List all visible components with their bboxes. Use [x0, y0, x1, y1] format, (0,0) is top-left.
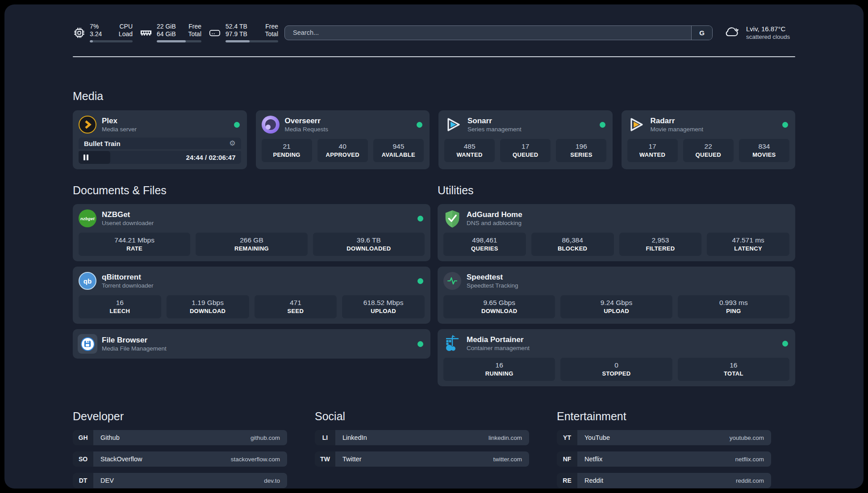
plex-card[interactable]: Plex Media server Bullet Train ⚙ 24:44 /…: [73, 110, 247, 169]
bookmark-abbr: GH: [73, 430, 93, 445]
app-title: AdGuard Home: [467, 210, 789, 219]
adguard-card[interactable]: AdGuard Home DNS and adblocking 498,461 …: [438, 204, 795, 261]
bookmark-url: github.com: [250, 435, 280, 441]
stat-tile: 17 WANTED: [627, 139, 678, 162]
weather-widget[interactable]: Lviv, 16.87°C scattered clouds: [724, 25, 795, 41]
nzbget-icon: nzbget: [79, 209, 96, 227]
bookmark-abbr: TW: [315, 451, 335, 467]
bookmark-github[interactable]: GH Github github.com: [73, 430, 287, 445]
top-bar: 7% 3.24 CPU Load: [73, 22, 795, 43]
bookmark-name: Twitter: [342, 455, 362, 463]
nzbget-card[interactable]: nzbget NZBGet Usenet downloader 744.21 M…: [73, 204, 430, 261]
app-title: Media Portainer: [467, 335, 777, 344]
stat-value: 9.24 Gbps: [562, 298, 670, 307]
stat-tile: 485 WANTED: [444, 139, 495, 162]
bookmark-abbr: SO: [73, 451, 93, 467]
stat-tile: 47.571 ms LATENCY: [707, 233, 789, 256]
stat-tile: 945 AVAILABLE: [373, 139, 424, 162]
app-subtitle: Media File Management: [102, 345, 412, 352]
app-subtitle: Media Requests: [285, 125, 412, 133]
stat-value: 498,461: [445, 236, 524, 245]
app-subtitle: DNS and adblocking: [467, 219, 789, 227]
section-title-social: Social: [315, 409, 529, 423]
adguard-icon: [443, 209, 461, 227]
qbittorrent-icon: qb: [79, 272, 96, 290]
search-bar: G: [284, 25, 713, 40]
stat-value: 17: [502, 142, 549, 151]
cpu-progress-bar: [90, 40, 133, 42]
plex-icon: [79, 116, 96, 134]
app-title: Radarr: [651, 116, 777, 125]
stat-label: LATENCY: [709, 245, 788, 252]
utilities-column: Utilities: [438, 184, 795, 386]
storage-stat: 52.4 TB 97.9 TB Free Total: [209, 23, 278, 42]
section-title-media: Media: [73, 89, 795, 103]
radarr-card[interactable]: Radarr Movie management 17 WANTED 22 QUE…: [622, 110, 796, 169]
stat-tile: 744.21 Mbps RATE: [79, 233, 190, 256]
overseerr-card[interactable]: Overseerr Media Requests 21 PENDING 40 A…: [256, 110, 430, 169]
pause-icon[interactable]: [83, 155, 88, 160]
weather-location: Lviv, 16.87°C: [746, 25, 790, 33]
stat-value: 266 GB: [197, 236, 305, 245]
stat-label: SERIES: [558, 151, 605, 159]
stat-tile: 9.65 Gbps DOWNLOAD: [443, 295, 555, 318]
status-dot: [417, 278, 423, 284]
stat-label: PENDING: [263, 151, 310, 159]
bookmark-url: reddit.com: [736, 477, 764, 484]
stat-tile: 21 PENDING: [262, 139, 312, 162]
portainer-card[interactable]: Media Portainer Container management 16 …: [438, 329, 795, 386]
stat-label: UPLOAD: [562, 307, 670, 315]
bookmark-netflix[interactable]: NF Netflix netflix.com: [557, 451, 771, 467]
bookmark-reddit[interactable]: RE Reddit reddit.com: [557, 473, 771, 488]
stat-tile: 0.993 ms PING: [678, 295, 789, 318]
app-subtitle: Media server: [102, 125, 229, 133]
bookmark-abbr: NF: [557, 451, 577, 467]
stat-value: 0: [562, 361, 670, 370]
stat-value: 2,953: [621, 236, 700, 245]
cpu-percent: 7%: [90, 23, 102, 30]
bookmark-youtube[interactable]: YT YouTube youtube.com: [557, 430, 771, 445]
stat-value: 471: [256, 298, 335, 307]
stat-tile: 2,953 FILTERED: [619, 233, 702, 256]
playback-time: 24:44 / 02:06:47: [186, 154, 241, 161]
bookmark-stackoverflow[interactable]: SO StackOverflow stackoverflow.com: [73, 451, 287, 467]
stat-label: APPROVED: [319, 151, 366, 159]
google-search-button[interactable]: G: [691, 26, 712, 40]
stat-label: AVAILABLE: [375, 151, 422, 159]
memory-icon: [140, 26, 152, 39]
bookmark-url: twitter.com: [493, 456, 522, 463]
stat-tile: 40 APPROVED: [317, 139, 368, 162]
now-playing-title: Bullet Train: [84, 140, 121, 147]
stat-label: DOWNLOADED: [315, 245, 423, 252]
stat-value: 16: [80, 298, 159, 307]
header-divider: [73, 56, 795, 57]
bookmark-url: linkedin.com: [488, 435, 522, 441]
stat-tile: 834 MOVIES: [739, 139, 789, 162]
search-input[interactable]: [285, 26, 691, 40]
section-title-developer: Developer: [73, 409, 287, 423]
storage-free-value: 52.4 TB: [225, 23, 247, 30]
app-subtitle: Movie management: [651, 125, 777, 133]
bookmark-abbr: YT: [557, 430, 577, 445]
portainer-crane-icon: [443, 334, 461, 352]
stat-value: 16: [445, 361, 553, 370]
bookmark-twitter[interactable]: TW Twitter twitter.com: [315, 451, 529, 467]
status-dot: [417, 216, 423, 221]
qbittorrent-card[interactable]: qb qBittorrent Torrent downloader 16: [73, 267, 430, 324]
stat-value: 9.65 Gbps: [445, 298, 553, 307]
app-title: Sonarr: [467, 116, 594, 125]
memory-progress-bar: [157, 40, 201, 42]
stat-label: LEECH: [80, 307, 159, 315]
speedtest-card[interactable]: Speedtest Speedtest Tracking 9.65 Gbps D…: [438, 267, 795, 324]
stat-value: 22: [685, 142, 732, 151]
app-subtitle: Container management: [467, 344, 777, 352]
stat-label: FILTERED: [621, 245, 700, 252]
stat-tile: 22 QUEUED: [683, 139, 734, 162]
filebrowser-card[interactable]: File Browser Media File Management: [73, 329, 430, 359]
sonarr-card[interactable]: Sonarr Series management 485 WANTED 17 Q…: [438, 110, 613, 169]
app-title: Overseerr: [285, 116, 412, 125]
bookmark-dev[interactable]: DT DEV dev.to: [73, 473, 287, 488]
bookmark-linkedin[interactable]: LI LinkedIn linkedin.com: [315, 430, 529, 445]
cloud-icon: [724, 25, 741, 41]
stat-label: WANTED: [446, 151, 493, 159]
